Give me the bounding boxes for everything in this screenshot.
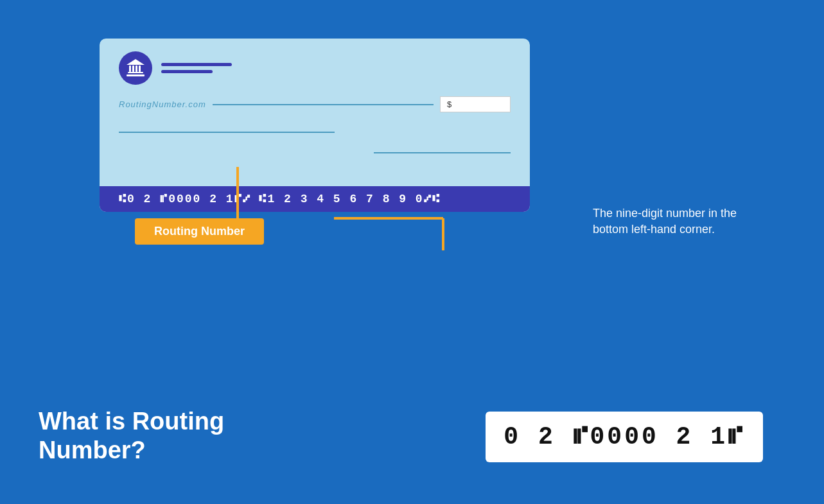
memo-line (119, 132, 335, 133)
payee-underline (213, 104, 434, 105)
what-is-line2: Number? (39, 436, 224, 465)
page-container: RoutingNumber.com $ ⑆0 2 ⑈0000 2 1⑈⑇ ⑆1 … (0, 0, 824, 504)
check-header (119, 51, 511, 85)
routing-digits: 0 2 ⑈0000 2 1⑈ (504, 423, 745, 451)
svg-rect-3 (132, 65, 134, 72)
bank-line-2 (161, 70, 213, 73)
description-text: The nine-digit number in the bottom left… (593, 205, 760, 238)
routing-label-wrapper: Routing Number (135, 218, 264, 245)
description-box: The nine-digit number in the bottom left… (593, 205, 760, 238)
amount-box: $ (440, 96, 511, 112)
svg-rect-5 (139, 65, 141, 72)
payee-label: RoutingNumber.com (119, 100, 206, 109)
check-payee-row: RoutingNumber.com $ (119, 96, 511, 112)
svg-rect-4 (136, 65, 137, 72)
bank-name-lines (161, 63, 232, 73)
digit-display-box: 0 2 ⑈0000 2 1⑈ (486, 412, 763, 462)
bank-logo (119, 51, 152, 85)
svg-rect-0 (127, 74, 145, 76)
bank-building-icon (125, 58, 146, 78)
what-is-line1: What is Routing (39, 407, 224, 437)
svg-rect-1 (128, 72, 143, 73)
what-is-section: What is Routing Number? (39, 407, 224, 465)
bank-line-1 (161, 63, 232, 66)
dollar-sign: $ (447, 100, 451, 109)
svg-marker-6 (127, 59, 145, 65)
routing-number-label: Routing Number (135, 218, 264, 245)
signature-line (374, 152, 511, 153)
svg-rect-2 (129, 65, 131, 72)
what-is-title: What is Routing Number? (39, 407, 224, 465)
